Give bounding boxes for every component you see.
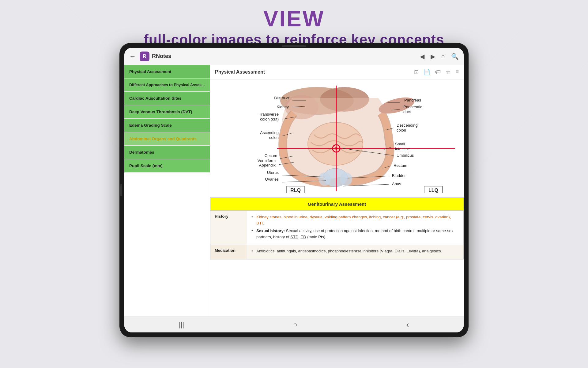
bottom-lines-icon[interactable]: ||| [179,321,184,329]
svg-text:Umbilicus: Umbilicus [397,153,414,158]
svg-text:Small: Small [395,142,405,146]
app-title: RNotes [152,53,420,59]
svg-text:Bile duct: Bile duct [274,96,289,100]
assessment-table: History Kidney stones, blood in urine, d… [210,211,464,259]
svg-text:Bladder: Bladder [392,173,406,178]
svg-text:Vermiform: Vermiform [258,158,276,163]
genitourinary-assessment-section: Genitourinary Assessment History Kidney … [210,197,464,259]
history-label: History [210,211,247,245]
svg-text:colon (cut): colon (cut) [260,117,279,121]
back-button[interactable]: ← [129,52,136,60]
content-title: Physical Assessment [215,69,265,75]
anatomy-svg: Bile duct Kidney Transverse colon (cut) … [213,82,461,193]
svg-text:duct: duct [403,109,411,114]
history-bullet-list: Kidney stones, blood in urine, dysuria, … [251,214,459,240]
nav-right-button[interactable]: ▶ [431,53,435,60]
history-content: Kidney stones, blood in urine, dysuria, … [247,211,464,245]
svg-point-14 [340,172,352,186]
sidebar: Physical Assessment Different Approaches… [124,65,210,316]
svg-point-11 [308,122,363,165]
medication-content: Antibiotics, antifungals, antispasmodics… [247,245,464,259]
svg-text:Ascending: Ascending [260,130,279,135]
content-panel: Physical Assessment ⊡ 📄 🏷 ☆ ≡ [210,65,464,316]
history-bullet-2-end: (male Pts). [307,235,326,239]
svg-text:Pancreatic: Pancreatic [403,105,422,109]
tablet-screen: ← R RNotes ◀ ▶ ⌂ 🔍 Physical Assessment D… [124,48,464,332]
sidebar-item-cardiac[interactable]: Cardiac Auscultation Sites [124,92,210,105]
tablet-device: ← R RNotes ◀ ▶ ⌂ 🔍 Physical Assessment D… [119,43,469,337]
svg-text:Transverse: Transverse [259,112,279,117]
history-bullet-2-std: STD, [290,235,300,239]
svg-text:colon: colon [397,128,406,132]
medication-label: Medication [210,245,247,259]
sidebar-item-dermatomes[interactable]: Dermatomes [124,146,210,159]
sidebar-item-different-approaches[interactable]: Different Approaches to Physical Asses..… [124,79,210,92]
sidebar-item-pupil[interactable]: Pupil Scale (mm) [124,159,210,173]
nav-left-button[interactable]: ◀ [420,53,424,60]
history-bullet-1-uti: UTI [256,221,263,225]
copy-icon[interactable]: ⊡ [414,69,419,75]
sidebar-item-dvt[interactable]: Deep Venous Thrombosis (DVT) [124,105,210,119]
history-bullet-1-orange: Kidney stones, blood in urine, dysuria, … [256,215,451,219]
bottom-navigation-bar: ||| ○ ‹ [124,316,464,332]
svg-point-13 [318,172,331,186]
svg-text:Appendix: Appendix [259,163,276,167]
history-bullet-1-period: . [263,221,264,225]
sidebar-item-edema[interactable]: Edema Grading Scale [124,119,210,132]
top-text-area: VIEW full-color images to reinforce key … [0,6,588,48]
search-button[interactable]: 🔍 [451,53,459,60]
home-button[interactable]: ⌂ [441,53,445,60]
svg-text:Ovaries: Ovaries [265,177,279,182]
list-icon[interactable]: ≡ [455,69,459,75]
bottom-back-icon[interactable]: ‹ [406,320,409,330]
sidebar-item-physical-assessment[interactable]: Physical Assessment [124,65,210,79]
svg-text:RLQ: RLQ [290,188,301,193]
svg-text:colon: colon [269,135,279,140]
document-icon[interactable]: 📄 [424,69,430,75]
history-row: History Kidney stones, blood in urine, d… [210,211,464,245]
history-bullet-2-rest: Sexual activity, use of protection again… [256,228,454,239]
medication-bullet-1: Antibiotics, antifungals, antispasmodics… [251,248,459,254]
svg-text:Anus: Anus [392,182,401,186]
svg-text:LLQ: LLQ [428,188,438,193]
app-icon: R [140,52,149,61]
svg-text:intestine: intestine [395,147,410,151]
top-bar-icons: ◀ ▶ ⌂ 🔍 [420,53,459,60]
star-icon[interactable]: ☆ [446,69,450,75]
content-header-actions: ⊡ 📄 🏷 ☆ ≡ [414,69,459,75]
history-bullet-2-ed: ED [301,235,306,239]
hero-title: VIEW [0,6,588,31]
svg-text:Rectum: Rectum [394,163,407,168]
svg-text:Kidney: Kidney [277,105,289,109]
history-bullet-2-bold: Sexual history: [256,228,285,233]
medication-row: Medication Antibiotics, antifungals, ant… [210,245,464,259]
content-header: Physical Assessment ⊡ 📄 🏷 ☆ ≡ [210,65,464,79]
svg-point-18 [335,147,337,150]
anatomy-diagram-area: Bile duct Kidney Transverse colon (cut) … [210,79,464,197]
history-bullet-2: Sexual history: Sexual activity, use of … [251,228,459,240]
svg-text:Pancreas: Pancreas [404,98,421,102]
medication-bullet-list: Antibiotics, antifungals, antispasmodics… [251,248,459,254]
tag-icon[interactable]: 🏷 [435,69,441,75]
svg-text:Cecum: Cecum [265,153,277,158]
sidebar-item-abdominal[interactable]: Abdominal Organs and Quadrants [124,132,210,146]
history-bullet-1: Kidney stones, blood in urine, dysuria, … [251,214,459,226]
svg-text:Descending: Descending [397,123,418,128]
main-content: Physical Assessment Different Approaches… [124,65,464,316]
tablet-notch [282,45,306,47]
tablet-side-button [120,184,122,196]
section-header: Genitourinary Assessment [210,197,464,211]
bottom-home-icon[interactable]: ○ [293,321,297,329]
svg-text:Uterus: Uterus [267,170,279,175]
top-navigation-bar: ← R RNotes ◀ ▶ ⌂ 🔍 [124,48,464,65]
